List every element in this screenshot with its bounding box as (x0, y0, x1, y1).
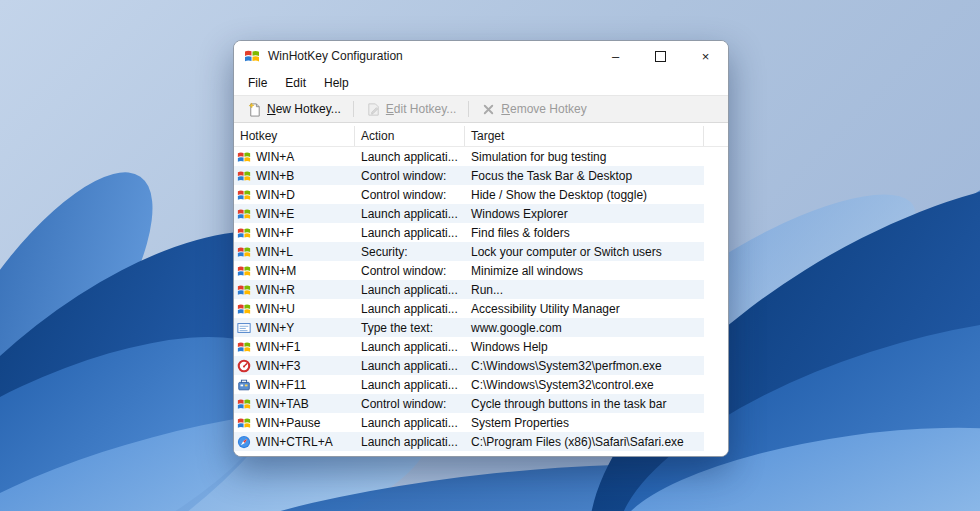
target-label: Minimize all windows (465, 261, 704, 280)
action-label: Launch applicati... (355, 356, 465, 375)
windows-flag-icon (237, 397, 251, 411)
hotkey-row[interactable]: WIN+F11Launch applicati...C:\Windows\Sys… (234, 375, 704, 394)
target-label: Lock your computer or Switch users (465, 242, 704, 261)
hotkey-row[interactable]: WIN+ULaunch applicati...Accessibility Ut… (234, 299, 704, 318)
menu-edit[interactable]: Edit (276, 73, 315, 93)
target-label: Windows Help (465, 337, 704, 356)
target-label: C:\Windows\System32\perfmon.exe (465, 356, 704, 375)
hotkey-label: WIN+R (256, 283, 295, 297)
text-note-icon (237, 321, 251, 335)
hotkey-label: WIN+U (256, 302, 295, 316)
column-header-action[interactable]: Action (355, 126, 465, 146)
titlebar[interactable]: WinHotKey Configuration – × (234, 41, 728, 71)
action-label: Launch applicati... (355, 147, 465, 166)
action-label: Control window: (355, 394, 465, 413)
menu-file[interactable]: File (239, 73, 276, 93)
windows-flag-icon (237, 188, 251, 202)
hotkey-label: WIN+CTRL+A (256, 435, 333, 449)
windows-flag-icon (237, 150, 251, 164)
action-label: Launch applicati... (355, 337, 465, 356)
perfmon-icon (237, 359, 251, 373)
target-label: C:\Program Files (x86)\Safari\Safari.exe (465, 432, 704, 451)
hotkey-label: WIN+F3 (256, 359, 300, 373)
hotkey-label: WIN+TAB (256, 397, 309, 411)
target-label: Cycle through buttons in the task bar (465, 394, 704, 413)
hotkey-row[interactable]: WIN+CTRL+ALaunch applicati...C:\Program … (234, 432, 704, 451)
windows-flag-icon (237, 416, 251, 430)
column-header-hotkey[interactable]: Hotkey (234, 126, 355, 146)
windows-flag-icon (237, 169, 251, 183)
list-header: Hotkey Action Target (234, 126, 728, 147)
minimize-button[interactable]: – (593, 41, 638, 71)
action-label: Launch applicati... (355, 204, 465, 223)
remove-x-icon (481, 102, 496, 117)
toolbar: New Hotkey... Edit Hotkey... Remove Hotk… (234, 95, 728, 123)
hotkey-row[interactable]: WIN+YType the text:www.google.com (234, 318, 704, 337)
hotkey-row[interactable]: WIN+PauseLaunch applicati...System Prope… (234, 413, 704, 432)
target-label: Accessibility Utility Manager (465, 299, 704, 318)
hotkey-label: WIN+Pause (256, 416, 320, 430)
windows-flag-icon (237, 340, 251, 354)
menu-help[interactable]: Help (315, 73, 358, 93)
hotkey-row[interactable]: WIN+BControl window:Focus the Task Bar &… (234, 166, 704, 185)
hotkey-row[interactable]: WIN+FLaunch applicati...Find files & fol… (234, 223, 704, 242)
action-label: Launch applicati... (355, 432, 465, 451)
hotkey-row[interactable]: WIN+MControl window:Minimize all windows (234, 261, 704, 280)
hotkey-row[interactable]: WIN+F1Launch applicati...Windows Help (234, 337, 704, 356)
action-label: Launch applicati... (355, 223, 465, 242)
action-label: Launch applicati... (355, 375, 465, 394)
hotkey-rows: WIN+ALaunch applicati...Simulation for b… (234, 147, 728, 456)
windows-flag-icon (237, 226, 251, 240)
maximize-icon (655, 51, 666, 62)
edit-hotkey-button: Edit Hotkey... (357, 99, 465, 120)
target-label: C:\Windows\System32\control.exe (465, 375, 704, 394)
remove-hotkey-button: Remove Hotkey (472, 99, 595, 120)
hotkey-label: WIN+D (256, 188, 295, 202)
target-label: Run... (465, 280, 704, 299)
action-label: Security: (355, 242, 465, 261)
hotkey-row[interactable]: WIN+LSecurity:Lock your computer or Swit… (234, 242, 704, 261)
hotkey-row[interactable]: WIN+F3Launch applicati...C:\Windows\Syst… (234, 356, 704, 375)
windows-flag-icon (237, 207, 251, 221)
action-label: Launch applicati... (355, 413, 465, 432)
edit-hotkey-label: Edit Hotkey... (386, 102, 456, 116)
hotkey-label: WIN+E (256, 207, 294, 221)
menubar: File Edit Help (234, 71, 728, 95)
windows-flag-icon (237, 302, 251, 316)
target-label: Windows Explorer (465, 204, 704, 223)
hotkey-label: WIN+F11 (256, 378, 306, 392)
action-label: Control window: (355, 166, 465, 185)
column-header-gutter (704, 126, 728, 146)
hotkey-label: WIN+L (256, 245, 293, 259)
hotkey-row[interactable]: WIN+RLaunch applicati...Run... (234, 280, 704, 299)
window-controls: – × (593, 41, 728, 71)
target-label: System Properties (465, 413, 704, 432)
desktop: WinHotKey Configuration – × File Edit He… (0, 0, 980, 511)
windows-flag-icon (237, 283, 251, 297)
action-label: Launch applicati... (355, 280, 465, 299)
window-title: WinHotKey Configuration (268, 49, 403, 63)
windows-flag-icon (237, 264, 251, 278)
hotkey-label: WIN+M (256, 264, 296, 278)
hotkey-label: WIN+F1 (256, 340, 300, 354)
winhotkey-app-icon (244, 48, 260, 64)
edit-hotkey-icon (366, 102, 381, 117)
hotkey-row[interactable]: WIN+ALaunch applicati...Simulation for b… (234, 147, 704, 166)
toolbar-separator (353, 101, 354, 117)
hotkey-label: WIN+F (256, 226, 294, 240)
hotkey-row[interactable]: WIN+DControl window:Hide / Show the Desk… (234, 185, 704, 204)
column-header-target[interactable]: Target (465, 126, 704, 146)
hotkey-row[interactable]: WIN+ELaunch applicati...Windows Explorer (234, 204, 704, 223)
action-label: Control window: (355, 261, 465, 280)
close-button[interactable]: × (683, 41, 728, 71)
new-hotkey-label: New Hotkey... (267, 102, 341, 116)
hotkey-label: WIN+A (256, 150, 294, 164)
hotkey-row[interactable]: WIN+TABControl window:Cycle through butt… (234, 394, 704, 413)
target-label: Focus the Task Bar & Desktop (465, 166, 704, 185)
maximize-button[interactable] (638, 41, 683, 71)
hotkey-label: WIN+B (256, 169, 294, 183)
minimize-icon: – (612, 49, 619, 64)
safari-icon (237, 435, 251, 449)
new-hotkey-button[interactable]: New Hotkey... (238, 99, 350, 120)
new-hotkey-icon (247, 102, 262, 117)
